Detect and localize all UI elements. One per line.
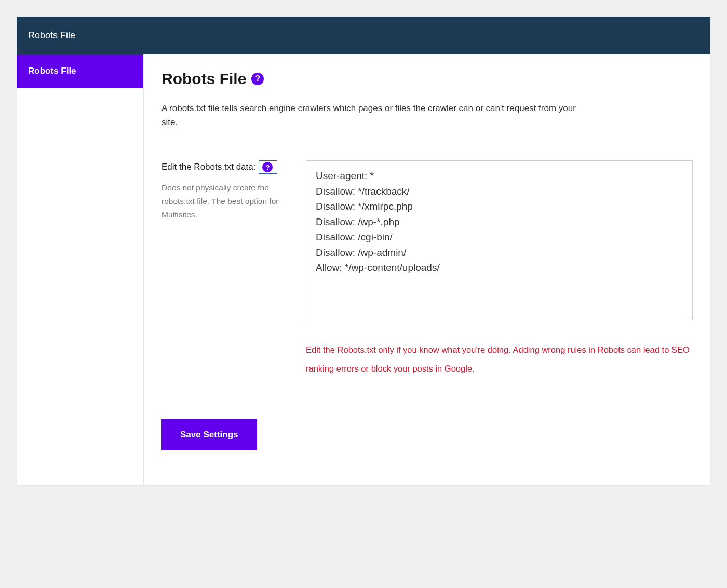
content-area: Robots File ? A robots.txt file tells se… [144, 54, 710, 485]
settings-panel: Robots File Robots File Robots File ? A … [17, 17, 710, 485]
robots-textarea[interactable] [306, 160, 693, 320]
panel-header-title: Robots File [28, 30, 75, 40]
sidebar: Robots File [17, 54, 144, 485]
form-row-robots: Edit the Robots.txt data: ? Does not phy… [161, 160, 693, 378]
sidebar-item-label: Robots File [28, 66, 76, 76]
form-label: Edit the Robots.txt data: [161, 162, 255, 172]
help-box[interactable]: ? [259, 160, 277, 174]
save-settings-button[interactable]: Save Settings [161, 419, 257, 450]
panel-body: Robots File Robots File ? A robots.txt f… [17, 54, 710, 485]
actions-row: Save Settings [161, 419, 693, 450]
panel-header: Robots File [17, 17, 710, 54]
help-icon[interactable]: ? [251, 73, 264, 85]
form-hint: Does not physically create the robots.tx… [161, 181, 290, 221]
form-input-column: Edit the Robots.txt only if you know wha… [306, 160, 693, 378]
warning-text: Edit the Robots.txt only if you know wha… [306, 341, 693, 378]
form-label-column: Edit the Robots.txt data: ? Does not phy… [161, 160, 290, 221]
page-title: Robots File [161, 70, 246, 88]
form-label-row: Edit the Robots.txt data: ? [161, 160, 290, 174]
page-description: A robots.txt file tells search engine cr… [161, 101, 587, 129]
question-icon: ? [262, 162, 273, 172]
sidebar-item-robots-file[interactable]: Robots File [17, 54, 143, 88]
page-title-row: Robots File ? [161, 70, 693, 88]
